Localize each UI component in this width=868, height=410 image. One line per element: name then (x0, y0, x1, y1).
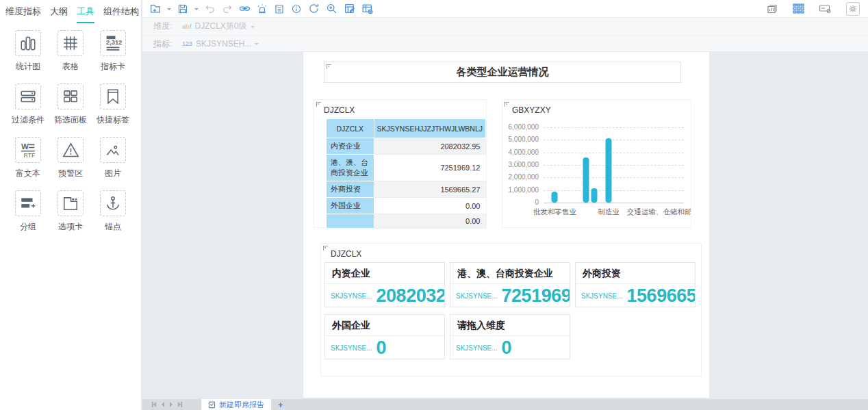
chart-bar[interactable] (552, 192, 558, 203)
save-icon (177, 3, 188, 14)
tab-outline[interactable]: 大纲 (50, 5, 68, 23)
chart-bar[interactable] (583, 157, 589, 203)
tool-tab-card[interactable]: 选项卡 (49, 190, 92, 233)
table-header-cell[interactable]: SKJSYNSEHJJZJTHWJLWBNLJ (374, 119, 485, 138)
next-sheet-button[interactable] (170, 402, 173, 407)
drag-handle-icon[interactable] (323, 246, 328, 251)
report-edit-button[interactable] (344, 3, 355, 14)
bar-chart-icon (19, 34, 37, 52)
chart-gridline (544, 177, 684, 178)
alert-lamp-button[interactable] (257, 3, 268, 14)
chart-y-tick: 1,000,000 (509, 186, 539, 194)
kpi-cards-widget[interactable]: DJZCLX 内资企业 SKJSYNSE...2082032. 港、澳、台商投资… (320, 243, 702, 376)
theme-grid-button[interactable] (792, 2, 805, 15)
tab-component-structure[interactable]: 组件结构 (103, 5, 139, 23)
table-cell: 7251969.12 (374, 155, 485, 181)
sheet-tab[interactable]: 新建即席报告 (201, 399, 271, 410)
drag-handle-icon[interactable] (316, 102, 321, 107)
title-widget[interactable]: 各类型企业运营情况 (324, 62, 681, 83)
tool-kpi-card[interactable]: 2,312 指标卡 (92, 30, 134, 73)
add-sheet-button[interactable]: + (271, 399, 290, 410)
hide-panel-button[interactable] (819, 3, 832, 14)
tool-label: 富文本 (16, 168, 40, 179)
refresh-icon (308, 3, 320, 14)
tool-alert-area[interactable]: 预警区 (49, 137, 92, 179)
tool-label: 分组 (20, 221, 36, 233)
tab-tools[interactable]: 工具 (77, 5, 94, 23)
tool-filter-panel[interactable]: 筛选面板 (49, 84, 92, 126)
table-cell: 外国企业 (327, 198, 374, 214)
prev-sheet-button[interactable] (162, 402, 164, 407)
metric-pill[interactable]: 123 SKJSYNSEH... (182, 39, 259, 49)
settings-button[interactable] (846, 2, 860, 16)
table-row: 外国企业 0.00 (327, 198, 486, 214)
tool-chart[interactable]: 统计图 (7, 30, 49, 73)
table-settings-button[interactable] (361, 3, 373, 14)
next-icon (170, 402, 173, 407)
group-icon (19, 194, 37, 212)
first-sheet-button[interactable] (152, 402, 156, 407)
drag-handle-icon[interactable] (505, 102, 509, 107)
text-field-icon: abf (182, 23, 192, 30)
new-report-button[interactable] (149, 3, 161, 14)
link-button[interactable] (239, 3, 251, 14)
chart-bar[interactable] (606, 138, 612, 203)
chart-widget[interactable]: GBXYZXY 6,000,0005,000,0004,000,0003,000… (502, 99, 691, 228)
table-cell: 0.00 (374, 198, 485, 214)
tool-rich-text[interactable]: W RTF 富文本 (7, 137, 49, 179)
kpi-card[interactable]: 请拖入维度 SKJSYNSE...0 (450, 314, 570, 359)
refresh-button[interactable] (308, 3, 320, 14)
kpi-card[interactable]: 外国企业 SKJSYNSE...0 (324, 314, 445, 359)
preview-search-button[interactable] (326, 3, 337, 14)
save-button[interactable] (177, 3, 188, 14)
tool-filter-condition[interactable]: 过滤条件 (7, 84, 49, 126)
save-caret-icon[interactable] (194, 8, 199, 12)
chart-panel-button[interactable] (766, 3, 778, 15)
tool-label: 锚点 (105, 221, 121, 233)
table-row: 外商投资 1569665.27 (327, 181, 486, 198)
tool-anchor[interactable]: 锚点 (92, 190, 134, 233)
bottom-tab-bar: 新建即席报告 + (142, 399, 868, 410)
kpi-card[interactable]: 港、澳、台商投资企业 SKJSYNSE...7251969. (450, 262, 570, 307)
quick-tag-icon (104, 88, 122, 105)
top-toolbar (142, 0, 868, 18)
tool-image[interactable]: 图片 (92, 137, 134, 179)
tool-label: 指标卡 (101, 61, 125, 73)
warning-triangle-icon (62, 141, 80, 159)
table-cell: 0.00 (374, 214, 485, 229)
report-sheet[interactable]: 各类型企业运营情况 DJZCLX DJZCLX SKJSYNSEHJJZJTHW… (303, 52, 709, 398)
info-button[interactable] (291, 3, 302, 14)
new-report-caret-icon[interactable] (167, 8, 171, 12)
rich-text-icon: W RTF (18, 140, 38, 159)
document-list-button[interactable] (274, 3, 285, 14)
bi-editor-window: 维度指标 大纲 工具 组件结构 统计图 表格 2,312 (0, 0, 868, 410)
last-sheet-button[interactable] (178, 402, 182, 407)
kpi-card[interactable]: 外商投资 SKJSYNSE...1569665. (575, 262, 695, 307)
tool-group[interactable]: 分组 (7, 190, 49, 233)
redo-button[interactable] (222, 3, 233, 14)
kpi-card-header: 港、澳、台商投资企业 (450, 263, 570, 284)
dimension-pill[interactable]: abf DJZCLX第0级 (182, 21, 255, 32)
hide-panel-icon (819, 3, 832, 14)
chart-bar[interactable] (591, 188, 597, 203)
number-field-icon: 123 (182, 40, 192, 47)
drag-handle-icon[interactable] (327, 64, 331, 69)
kpi-card-header: 内资企业 (325, 263, 444, 284)
tab-dimension-metrics[interactable]: 维度指标 (5, 5, 41, 23)
cards-grid: 内资企业 SKJSYNSE...2082032. 港、澳、台商投资企业 SKJS… (324, 262, 695, 359)
gear-icon (848, 4, 858, 14)
table-row: 0.00 (327, 214, 486, 229)
chart-gridline (544, 165, 684, 166)
table-widget[interactable]: DJZCLX DJZCLX SKJSYNSEHJJZJTHWJLWBNLJ 内资… (314, 99, 487, 228)
table-cell: 1569665.27 (374, 181, 485, 198)
kpi-card-header: 请拖入维度 (450, 315, 570, 336)
kpi-metric-value: 1569665. (627, 285, 695, 307)
search-plus-icon (326, 3, 337, 14)
tool-quick-tag[interactable]: 快捷标签 (92, 84, 134, 126)
table-header-cell[interactable]: DJZCLX (327, 119, 374, 138)
tool-table[interactable]: 表格 (49, 30, 92, 73)
undo-button[interactable] (205, 3, 216, 14)
chart-gridline (544, 127, 684, 128)
dimension-field-row: 维度: abf DJZCLX第0级 (142, 18, 868, 35)
kpi-card[interactable]: 内资企业 SKJSYNSE...2082032. (324, 262, 445, 307)
